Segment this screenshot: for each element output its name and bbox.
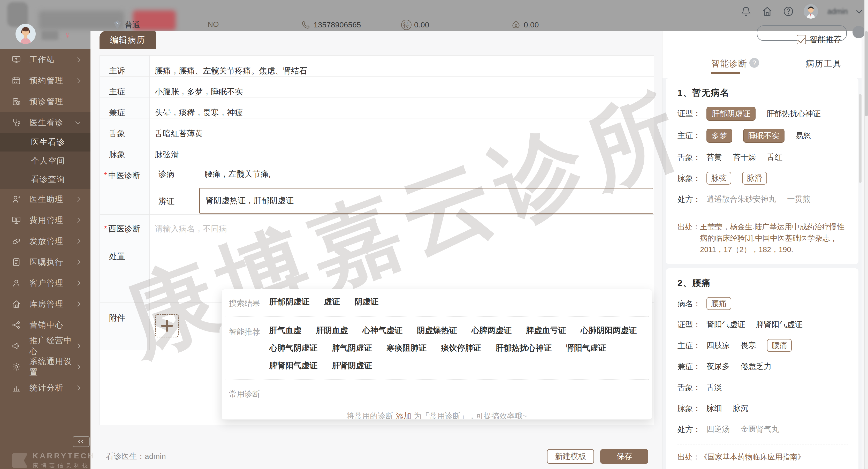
diagnosis-option[interactable]: 痰饮停肺证 <box>441 342 481 354</box>
sidebar-item-label: 营销中心 <box>29 319 64 331</box>
sidebar-item[interactable]: 统计分析 <box>0 377 90 398</box>
help-icon[interactable] <box>782 5 794 17</box>
save-button[interactable]: 保存 <box>600 449 648 464</box>
diagnosis-term[interactable]: 倦怠乏力 <box>741 360 772 373</box>
diagnosis-option[interactable]: 肝郁热扰心神证 <box>496 342 552 354</box>
diagnosis-option[interactable]: 心脾两虚证 <box>471 325 512 336</box>
sidebar-item[interactable]: 医生助理 <box>0 189 90 210</box>
diagnosis-term[interactable]: 舌红 <box>767 151 782 164</box>
diagnosis-term[interactable]: 易怒 <box>795 129 811 142</box>
diagnosis-option[interactable]: 心肺阴阳两虚证 <box>581 325 637 336</box>
diagnosis-term[interactable]: 脾肾阳气虚证 <box>756 318 803 331</box>
diagnosis-option[interactable]: 肺气阴虚证 <box>332 342 372 354</box>
diagnosis-term[interactable]: 四肢凉 <box>707 339 730 352</box>
sidebar-item[interactable]: 系统通用设置 <box>0 356 90 377</box>
app-window: admin ♀ V 普通 NO 13578906565 待 0.00 0.00 <box>0 0 868 469</box>
sidebar-item[interactable]: 预约管理 <box>0 70 90 91</box>
diagnosis-option[interactable]: 肝肾阴虚证 <box>332 360 372 371</box>
diagnosis-option[interactable]: 阴虚燥热证 <box>417 325 457 336</box>
card-row-items: 逍遥散合朱砂安神丸一贯煎 <box>707 193 848 206</box>
form-row-value[interactable]: 头晕，痰稀，畏寒，神疲 <box>150 97 654 118</box>
sidebar-item[interactable]: 费用管理 <box>0 210 90 230</box>
sidebar-item[interactable]: 库房管理 <box>0 293 90 314</box>
diagnosis-term[interactable]: 逍遥散合朱砂安神丸 <box>707 193 776 206</box>
help-circle-icon[interactable]: ? <box>749 58 759 68</box>
diagnosis-term[interactable]: 肝郁热扰心神证 <box>767 107 821 120</box>
diagnosis-option[interactable]: 阴虚证 <box>354 296 378 309</box>
diagnosis-term[interactable]: 肾阳气虚证 <box>707 318 745 331</box>
form-row-label: 舌象 <box>100 118 150 139</box>
diagnosis-option[interactable]: 肝阴血虚 <box>316 325 348 336</box>
tab-edit-record[interactable]: 编辑病历 <box>99 31 156 49</box>
western-diagnosis-label: *西医诊断 <box>100 215 150 241</box>
diagnosis-option[interactable]: 肝郁阴虚证 <box>269 296 309 309</box>
diagnosis-term[interactable]: 腰痛 <box>707 297 731 310</box>
tab-record-tools[interactable]: 病历工具 <box>806 58 842 69</box>
search-avatar-partial[interactable] <box>852 26 865 38</box>
diagnosis-option[interactable]: 虚证 <box>324 296 340 309</box>
tcm-disease-value[interactable]: 腰痛，左髋关节痛, <box>199 160 654 187</box>
form-row-value[interactable]: 腰痛，腰痛、左髋关节疼痛。焦虑、肾结石 <box>150 56 654 76</box>
diagnosis-term[interactable]: 舌淡 <box>707 381 722 394</box>
member-level-label: 普通 <box>125 20 140 30</box>
sidebar-item[interactable]: 营销中心 <box>0 314 90 335</box>
diagnosis-term[interactable]: 金匮肾气丸 <box>741 423 779 436</box>
chevron-down-icon[interactable] <box>856 8 862 14</box>
sidebar-collapse-button[interactable] <box>73 436 90 447</box>
sidebar-item[interactable]: 预诊管理 <box>0 91 90 112</box>
diagnosis-option[interactable]: 肾阳气虚证 <box>566 342 606 354</box>
page-scrollbar[interactable] <box>864 0 868 469</box>
diagnosis-option[interactable]: 脾虚血亏证 <box>526 325 566 336</box>
card-rows: 病名： 腰痛 证型： 肾阳气虚证脾肾阳气虚证 主症： <box>678 297 848 436</box>
add-link[interactable]: 添加 <box>396 412 411 419</box>
diagnosis-option[interactable]: 寒痰阻肺证 <box>386 342 427 354</box>
page-scrollbar-thumb[interactable] <box>865 31 868 116</box>
bell-icon[interactable] <box>740 5 752 17</box>
active-tab-underline <box>711 72 740 74</box>
diagnosis-term[interactable]: 脉弦 <box>707 172 731 185</box>
sidebar-item[interactable]: 医生看诊 <box>0 112 90 133</box>
diagnosis-term[interactable]: 苔黄 <box>707 151 722 164</box>
diagnosis-option[interactable]: 脾肾阳气虚证 <box>269 360 317 371</box>
diagnosis-term[interactable]: 苔干燥 <box>733 151 756 164</box>
sidebar-item[interactable]: 推广经营中心 <box>0 335 90 356</box>
sidebar-subitem[interactable]: 医生看诊 <box>0 133 90 152</box>
home-icon[interactable] <box>761 5 773 17</box>
smart-reco-checkbox-row[interactable]: 智能推荐 <box>797 34 842 45</box>
diagnosis-option[interactable]: 心神气虚证 <box>363 325 402 336</box>
tab-smart-diagnosis[interactable]: 智能诊断 <box>711 58 747 69</box>
diagnosis-option[interactable]: 肝气血虚 <box>269 325 301 336</box>
sidebar-item[interactable]: 医嘱执行 <box>0 252 90 273</box>
search-result-items: 肝郁阴虚证虚证阴虚证 <box>269 296 639 309</box>
username-label[interactable]: admin <box>828 7 848 16</box>
sidebar-item[interactable]: 客户管理 <box>0 273 90 293</box>
checkbox-checked-icon[interactable] <box>797 35 806 44</box>
diagnosis-term[interactable]: 肝郁阴虚证 <box>707 107 755 121</box>
upload-plus-icon[interactable] <box>155 314 179 337</box>
new-template-button[interactable]: 新建模板 <box>547 449 594 464</box>
panel-scrollbar-thumb[interactable] <box>859 94 862 183</box>
diagnosis-term[interactable]: 四逆汤 <box>707 423 730 436</box>
diagnosis-term[interactable]: 多梦 <box>707 129 732 143</box>
diagnosis-term[interactable]: 畏寒 <box>741 339 756 352</box>
form-row-value[interactable]: 脉弦滑 <box>150 139 654 160</box>
diagnosis-term[interactable]: 夜尿多 <box>707 360 730 373</box>
sidebar-subitem[interactable]: 个人空间 <box>0 152 90 170</box>
user-avatar[interactable] <box>804 4 818 19</box>
diagnosis-term[interactable]: 脉细 <box>707 402 722 415</box>
diagnosis-term[interactable]: 脉沉 <box>733 402 748 415</box>
sidebar-item[interactable]: 发放管理 <box>0 230 90 252</box>
diagnosis-option[interactable]: 心肺气阴虚证 <box>269 342 317 354</box>
form-row: 主症 小腹胀，多梦，睡眠不实 <box>100 76 654 97</box>
diagnosis-term[interactable]: 脉滑 <box>742 172 767 185</box>
diagnosis-term[interactable]: 睡眠不实 <box>743 129 784 143</box>
member-gem-icon: V <box>113 20 122 30</box>
form-row-value[interactable]: 小腹胀，多梦，睡眠不实 <box>150 76 654 97</box>
sidebar-item[interactable]: 工作站 <box>0 49 90 70</box>
western-diagnosis-input[interactable]: 请输入病名，不同病 <box>150 215 654 241</box>
diagnosis-term[interactable]: 一贯煎 <box>787 193 810 206</box>
diagnosis-term[interactable]: 腰痛 <box>767 339 792 352</box>
tcm-syndrome-input[interactable]: 肾阴虚热证，肝郁阴虚证 <box>199 188 653 214</box>
sidebar-subitem[interactable]: 看诊查询 <box>0 170 90 189</box>
form-row-value[interactable]: 舌暗红苔薄黄 <box>150 118 654 139</box>
